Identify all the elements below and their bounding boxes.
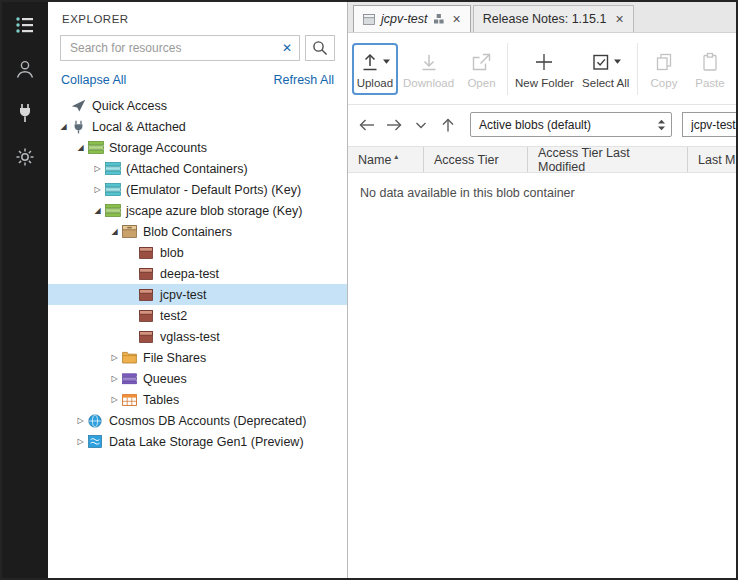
- collapsed-expander-icon[interactable]: ▷: [107, 375, 122, 383]
- blob-filter-value: Active blobs (default): [479, 118, 591, 132]
- tab-jcpv-test[interactable]: jcpv-test×: [353, 5, 471, 32]
- upload-icon: [359, 50, 390, 74]
- clear-search-icon[interactable]: ✕: [278, 42, 292, 54]
- blob-table-header: Name▴Access TierAccess Tier Last Modifie…: [348, 146, 736, 173]
- copy-button: Copy: [642, 43, 686, 95]
- tree-item-local-attached[interactable]: ◢Local & Attached: [48, 116, 347, 137]
- blob-container-icon: [139, 247, 158, 259]
- column-header-label: Access Tier: [434, 153, 499, 167]
- blob-container-icon: [139, 331, 158, 343]
- tree-item-vglass-test[interactable]: vglass-test: [48, 326, 347, 347]
- gear-icon: [14, 146, 36, 168]
- open-icon: [470, 50, 492, 74]
- toolbar-button-label: Select All: [582, 77, 629, 89]
- back-icon[interactable]: [356, 114, 378, 136]
- forward-icon[interactable]: [383, 114, 405, 136]
- tree-item-deepa-test[interactable]: deepa-test: [48, 263, 347, 284]
- tree-actions: Collapse All Refresh All: [48, 65, 347, 93]
- select-all-button[interactable]: Select All: [578, 43, 633, 95]
- tree-item-label: Tables: [141, 393, 179, 407]
- search-box: ✕: [60, 35, 300, 61]
- column-header-access-tier[interactable]: Access Tier: [424, 147, 528, 172]
- navigation-row: Active blobs (default): [348, 105, 736, 144]
- tree-item-quick-access[interactable]: Quick Access: [48, 95, 347, 116]
- toolbar-separator: [637, 43, 638, 95]
- tab-status-icon: [434, 14, 444, 24]
- tree-item-label: Queues: [141, 372, 187, 386]
- toolbar-button-label: New Folder: [515, 77, 574, 89]
- history-chevron-icon[interactable]: [410, 114, 432, 136]
- search-button[interactable]: [305, 35, 335, 61]
- tree-item-jcpv-test[interactable]: jcpv-test: [48, 284, 347, 305]
- copy-icon: [653, 50, 675, 74]
- expanded-expander-icon[interactable]: ◢: [56, 123, 71, 131]
- tree-item-label: vglass-test: [158, 330, 220, 344]
- tree-item-cosmos-db-accounts-deprecated[interactable]: ▷Cosmos DB Accounts (Deprecated): [48, 410, 347, 431]
- empty-message: No data available in this blob container: [348, 173, 736, 213]
- column-header-label: Access Tier Last Modified: [538, 146, 677, 173]
- tab-label: Release Notes: 1.15.1: [483, 12, 607, 26]
- data-lake-icon: [88, 435, 107, 448]
- tab-release-notes-1-15-1[interactable]: Release Notes: 1.15.1×: [473, 5, 634, 32]
- tree-item-label: deepa-test: [158, 267, 219, 281]
- quick-access-icon: [71, 99, 90, 112]
- tree-item-label: Quick Access: [90, 99, 167, 113]
- collapsed-expander-icon[interactable]: ▷: [107, 396, 122, 404]
- tree-item-label: (Emulator - Default Ports) (Key): [124, 183, 301, 197]
- toolbar-button-label: Paste: [695, 77, 724, 89]
- collapsed-expander-icon[interactable]: ▷: [90, 165, 105, 173]
- file-shares-icon: [122, 351, 141, 364]
- explorer-panel: EXPLORER ✕ Collapse All Refresh All Quic…: [48, 2, 348, 578]
- collapsed-expander-icon[interactable]: ▷: [90, 186, 105, 194]
- queues-icon: [122, 373, 141, 385]
- connect-button[interactable]: [10, 98, 40, 128]
- blob-filter-select[interactable]: Active blobs (default): [470, 112, 672, 137]
- tree-item-storage-accounts[interactable]: ◢Storage Accounts: [48, 137, 347, 158]
- collapsed-expander-icon[interactable]: ▷: [73, 438, 88, 446]
- column-header-access-tier-last-modified[interactable]: Access Tier Last Modified: [528, 147, 688, 172]
- settings-button[interactable]: [10, 142, 40, 172]
- collapsed-expander-icon[interactable]: ▷: [73, 417, 88, 425]
- tree-item-data-lake-storage-gen1-preview[interactable]: ▷Data Lake Storage Gen1 (Preview): [48, 431, 347, 452]
- tree-item-test2[interactable]: test2: [48, 305, 347, 326]
- tree-item-label: (Attached Containers): [124, 162, 248, 176]
- expanded-expander-icon[interactable]: ◢: [107, 228, 122, 236]
- up-level-icon[interactable]: [437, 114, 459, 136]
- tree-item-label: jcpv-test: [158, 288, 207, 302]
- explorer-menu-button[interactable]: [10, 10, 40, 40]
- tree-item-file-shares[interactable]: ▷File Shares: [48, 347, 347, 368]
- account-button[interactable]: [10, 54, 40, 84]
- toolbar-separator: [507, 43, 508, 95]
- storage-teal-icon: [105, 183, 124, 196]
- tree-item-jscape-azure-blob-storage-key[interactable]: ◢jscape azure blob storage (Key): [48, 200, 347, 221]
- close-tab-icon[interactable]: ×: [615, 12, 623, 26]
- column-header-name[interactable]: Name▴: [348, 147, 424, 172]
- refresh-all-link[interactable]: Refresh All: [274, 73, 334, 87]
- tree-item-label: test2: [158, 309, 187, 323]
- collapse-all-link[interactable]: Collapse All: [61, 73, 126, 87]
- tree-item-queues[interactable]: ▷Queues: [48, 368, 347, 389]
- blob-container-tab-icon: [363, 14, 375, 25]
- column-header-last-m[interactable]: Last M: [688, 147, 736, 172]
- tree-item-attached-containers[interactable]: ▷(Attached Containers): [48, 158, 347, 179]
- new-folder-icon: [533, 50, 555, 74]
- search-input[interactable]: [68, 40, 278, 56]
- blob-container-icon: [139, 268, 158, 280]
- storage-teal-icon: [105, 162, 124, 175]
- tree-item-blob-containers[interactable]: ◢Blob Containers: [48, 221, 347, 242]
- tree-item-tables[interactable]: ▷Tables: [48, 389, 347, 410]
- tree-item-blob[interactable]: blob: [48, 242, 347, 263]
- new-folder-button[interactable]: New Folder: [512, 43, 576, 95]
- cosmos-db-icon: [88, 414, 107, 428]
- close-tab-icon[interactable]: ×: [453, 12, 461, 26]
- upload-button[interactable]: Upload: [352, 43, 398, 95]
- path-input[interactable]: [682, 112, 736, 137]
- expanded-expander-icon[interactable]: ◢: [73, 144, 88, 152]
- blob-container-icon: [139, 289, 158, 301]
- explorer-title: EXPLORER: [48, 2, 347, 30]
- expanded-expander-icon[interactable]: ◢: [90, 207, 105, 215]
- storage-explorer-window: EXPLORER ✕ Collapse All Refresh All Quic…: [0, 0, 738, 580]
- collapsed-expander-icon[interactable]: ▷: [107, 354, 122, 362]
- tree-item-label: Blob Containers: [141, 225, 232, 239]
- tree-item-emulator-default-ports-key[interactable]: ▷(Emulator - Default Ports) (Key): [48, 179, 347, 200]
